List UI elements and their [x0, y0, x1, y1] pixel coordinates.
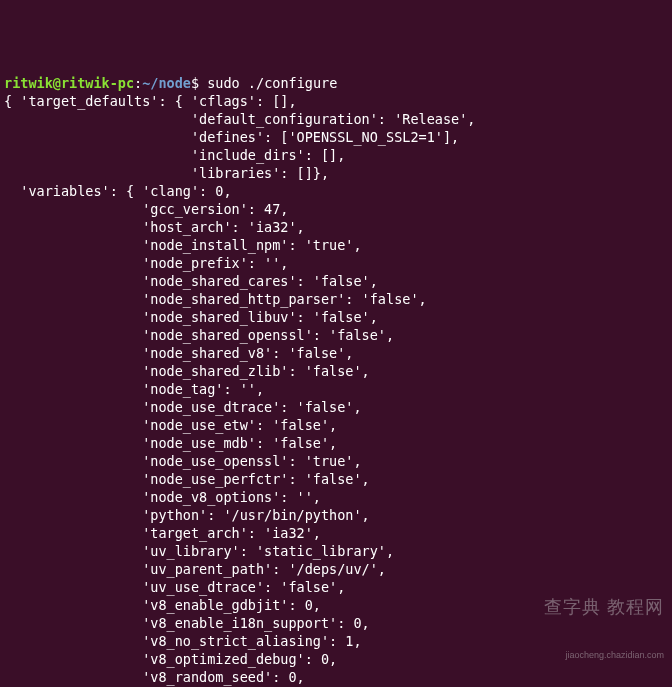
prompt-dollar: $ [191, 75, 207, 91]
output-line: 'host_arch': 'ia32', [4, 219, 305, 235]
output-line: 'node_use_dtrace': 'false', [4, 399, 362, 415]
output-line: 'defines': ['OPENSSL_NO_SSL2=1'], [4, 129, 459, 145]
output-line: 'node_tag': '', [4, 381, 264, 397]
output-line: 'v8_enable_i18n_support': 0, [4, 615, 370, 631]
output-line: 'target_arch': 'ia32', [4, 525, 321, 541]
output-line: 'node_shared_libuv': 'false', [4, 309, 378, 325]
output-line: 'variables': { 'clang': 0, [4, 183, 232, 199]
output-line: 'v8_optimized_debug': 0, [4, 651, 337, 667]
output-line: 'node_shared_http_parser': 'false', [4, 291, 427, 307]
output-line: 'uv_library': 'static_library', [4, 543, 394, 559]
prompt-colon: : [134, 75, 142, 91]
output-line: 'gcc_version': 47, [4, 201, 288, 217]
output-line: 'uv_parent_path': '/deps/uv/', [4, 561, 386, 577]
output-line: 'v8_random_seed': 0, [4, 669, 305, 685]
output-line: 'node_shared_zlib': 'false', [4, 363, 370, 379]
output-line: 'include_dirs': [], [4, 147, 345, 163]
output-line: 'default_configuration': 'Release', [4, 111, 475, 127]
output-line: 'node_shared_cares': 'false', [4, 273, 378, 289]
output-line: 'node_use_openssl': 'true', [4, 453, 362, 469]
output-line: 'node_shared_v8': 'false', [4, 345, 354, 361]
output-line: { 'target_defaults': { 'cflags': [], [4, 93, 297, 109]
output-line: 'node_use_mdb': 'false', [4, 435, 337, 451]
prompt-user: ritwik@ritwik-pc [4, 75, 134, 91]
output-line: 'libraries': []}, [4, 165, 329, 181]
output-line: 'v8_no_strict_aliasing': 1, [4, 633, 362, 649]
command-text: sudo ./configure [207, 75, 337, 91]
output-line: 'node_install_npm': 'true', [4, 237, 362, 253]
output-line: 'node_shared_openssl': 'false', [4, 327, 394, 343]
prompt-path: ~/node [142, 75, 191, 91]
output-line: 'node_v8_options': '', [4, 489, 321, 505]
output-line: 'python': '/usr/bin/python', [4, 507, 370, 523]
terminal-output[interactable]: ritwik@ritwik-pc:~/node$ sudo ./configur… [4, 74, 668, 687]
output-line: 'v8_enable_gdbjit': 0, [4, 597, 321, 613]
output-line: 'uv_use_dtrace': 'false', [4, 579, 345, 595]
output-line: 'node_use_perfctr': 'false', [4, 471, 370, 487]
output-line: 'node_use_etw': 'false', [4, 417, 337, 433]
output-line: 'node_prefix': '', [4, 255, 288, 271]
